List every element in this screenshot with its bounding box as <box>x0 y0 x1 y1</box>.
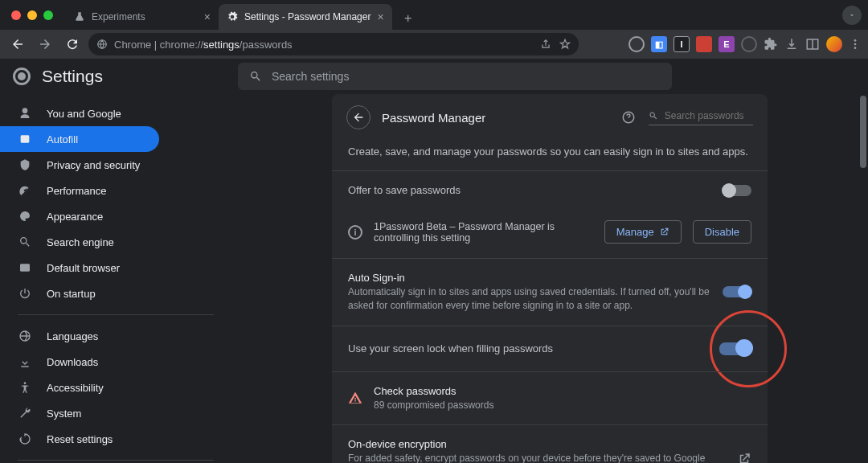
settings-search[interactable]: Search settings <box>238 63 672 90</box>
sidebar-item-autofill[interactable]: Autofill <box>0 126 159 152</box>
screen-lock-row: Use your screen lock when filling passwo… <box>332 326 768 371</box>
reload-button[interactable] <box>61 33 84 55</box>
extension-icon[interactable]: E <box>719 36 735 52</box>
reading-list-icon[interactable] <box>805 37 820 51</box>
sidebar-item-reset[interactable]: Reset settings <box>0 426 159 452</box>
svg-rect-7 <box>20 264 30 271</box>
info-icon: i <box>348 225 362 240</box>
window-titlebar: Experiments × Settings - Password Manage… <box>0 0 868 30</box>
sidebar-item-system[interactable]: System <box>0 400 159 426</box>
sidebar-item-search-engine[interactable]: Search engine <box>0 229 159 255</box>
shield-icon <box>18 158 32 171</box>
svg-point-5 <box>854 47 857 49</box>
address-bar[interactable]: Chrome | chrome://settings/passwords <box>88 33 579 55</box>
minimize-window-button[interactable] <box>27 10 37 20</box>
encryption-row[interactable]: On-device encryption For added safety, e… <box>332 424 768 463</box>
intro-row: Create, save, and manage your passwords … <box>332 141 768 170</box>
sidebar-item-languages[interactable]: Languages <box>0 323 159 349</box>
forward-button[interactable] <box>34 33 56 55</box>
sidebar-item-appearance[interactable]: Appearance <box>0 203 159 229</box>
controller-row: i 1Password Beta – Password Manager is c… <box>332 209 768 258</box>
controller-text: 1Password Beta – Password Manager is con… <box>374 221 593 244</box>
password-manager-panel: Password Manager Create, save, and manag… <box>332 94 768 463</box>
new-tab-button[interactable]: + <box>397 7 420 30</box>
settings-logo: Settings <box>0 67 103 86</box>
help-icon[interactable] <box>621 110 636 125</box>
wrench-icon <box>18 407 32 420</box>
sidebar-item-performance[interactable]: Performance <box>0 178 159 203</box>
site-info-icon[interactable] <box>96 39 108 50</box>
search-placeholder: Search settings <box>272 70 350 83</box>
extensions-puzzle-icon[interactable] <box>764 37 778 51</box>
tabs-dropdown-button[interactable] <box>842 6 862 25</box>
check-passwords-row[interactable]: Check passwords 89 compromised passwords <box>332 371 768 425</box>
svg-point-3 <box>854 39 857 42</box>
offer-save-toggle[interactable] <box>723 185 751 196</box>
svg-point-4 <box>854 43 857 46</box>
tab-label: Experiments <box>92 11 145 23</box>
download-icon <box>18 355 32 368</box>
close-tab-icon[interactable]: × <box>204 10 211 23</box>
back-button[interactable] <box>6 33 29 55</box>
chrome-icon <box>13 68 31 85</box>
tab-settings-passwords[interactable]: Settings - Password Manager × <box>219 4 392 30</box>
browser-toolbar: Chrome | chrome://settings/passwords ◧ I… <box>0 30 868 59</box>
sidebar-item-default-browser[interactable]: Default browser <box>0 255 159 281</box>
flask-icon <box>74 11 85 23</box>
svg-rect-6 <box>21 135 30 142</box>
tab-experiments[interactable]: Experiments × <box>66 4 219 30</box>
settings-content: You and Google Autofill Privacy and secu… <box>0 94 868 463</box>
disable-button[interactable]: Disable <box>693 220 751 244</box>
downloads-icon[interactable] <box>784 37 799 51</box>
svg-point-9 <box>24 382 27 384</box>
extension-icon[interactable] <box>741 36 757 52</box>
traffic-lights <box>11 10 53 20</box>
url-text: Chrome | chrome://settings/passwords <box>114 39 293 51</box>
extension-icon[interactable] <box>696 36 712 52</box>
kebab-menu-icon[interactable] <box>849 38 862 51</box>
panel-header: Password Manager <box>332 94 768 141</box>
search-icon <box>649 110 658 121</box>
share-icon[interactable] <box>540 39 551 50</box>
scrollbar-thumb[interactable] <box>860 96 866 168</box>
profile-avatar[interactable] <box>826 36 842 52</box>
external-link-icon <box>737 452 751 463</box>
power-icon <box>18 287 32 300</box>
restore-icon <box>18 432 32 445</box>
sidebar-divider <box>18 460 214 461</box>
sidebar-item-on-startup[interactable]: On startup <box>0 281 159 306</box>
extension-icons: ◧ I E <box>628 36 862 52</box>
settings-title: Settings <box>42 67 103 86</box>
accessibility-icon <box>18 381 32 394</box>
panel-title: Password Manager <box>382 111 485 125</box>
globe-icon <box>18 330 32 342</box>
browser-tabs: Experiments × Settings - Password Manage… <box>66 0 420 30</box>
sidebar-item-privacy[interactable]: Privacy and security <box>0 152 159 178</box>
maximize-window-button[interactable] <box>43 10 53 20</box>
person-icon <box>18 107 32 120</box>
sidebar-item-you-and-google[interactable]: You and Google <box>0 100 159 126</box>
auto-signin-toggle[interactable] <box>723 286 751 297</box>
extension-icon[interactable] <box>628 36 645 52</box>
extension-icon[interactable]: ◧ <box>651 36 667 52</box>
close-tab-icon[interactable]: × <box>377 10 383 23</box>
extension-icon[interactable]: I <box>674 36 690 52</box>
panel-back-button[interactable] <box>346 105 371 129</box>
bookmark-star-icon[interactable] <box>559 39 571 50</box>
password-search[interactable] <box>649 110 753 125</box>
sidebar-item-accessibility[interactable]: Accessibility <box>0 375 159 400</box>
auto-signin-row: Auto Sign-in Automatically sign in to si… <box>332 258 768 326</box>
password-search-input[interactable] <box>665 110 753 121</box>
palette-icon <box>18 210 32 223</box>
gear-icon <box>227 11 238 23</box>
screen-lock-toggle[interactable] <box>719 342 751 355</box>
external-link-icon <box>659 227 669 237</box>
browser-icon <box>18 261 32 274</box>
main-panel-area: Password Manager Create, save, and manag… <box>231 94 868 463</box>
close-window-button[interactable] <box>11 10 21 20</box>
autofill-icon <box>18 133 32 145</box>
warning-icon <box>348 391 362 405</box>
sidebar-item-downloads[interactable]: Downloads <box>0 349 159 375</box>
manage-button[interactable]: Manage <box>604 220 682 244</box>
settings-sidebar: You and Google Autofill Privacy and secu… <box>0 94 231 463</box>
